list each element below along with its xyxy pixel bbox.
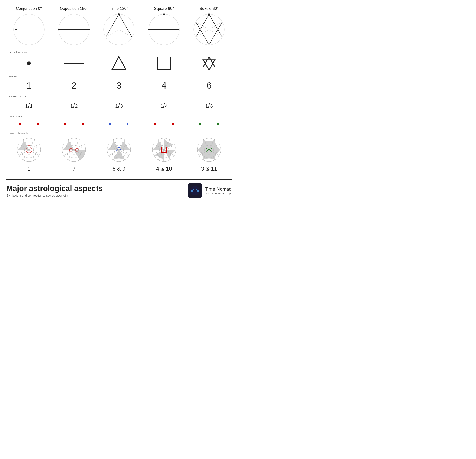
shapes-grid	[6, 54, 232, 73]
aspects-grid: Conjunction 0° Opposition 180°	[6, 4, 232, 49]
house-label-row: House relationship	[6, 131, 232, 135]
wheel-square	[151, 135, 177, 165]
fraction-sextile: 1/6	[205, 98, 213, 113]
svg-point-21	[148, 29, 150, 30]
fraction-conjunction: 1/1	[25, 98, 33, 113]
svg-point-51	[199, 123, 201, 125]
number-opposition: 2	[71, 78, 76, 93]
svg-point-1	[15, 29, 17, 30]
circle-conjunction	[12, 13, 46, 47]
number-sextile: 6	[207, 78, 212, 93]
svg-point-48	[154, 123, 156, 125]
aspect-name-conjunction: Conjunction 0°	[16, 6, 42, 11]
svg-point-19	[163, 13, 165, 15]
aspect-name-sextile: Sextile 60°	[200, 6, 219, 11]
fraction-opposition: 1/2	[70, 98, 78, 113]
number-label-row: Number	[6, 74, 232, 78]
fraction-square: 1/4	[160, 98, 168, 113]
color-trine	[109, 118, 128, 130]
svg-point-0	[14, 14, 44, 45]
svg-marker-36	[203, 57, 215, 67]
shape-trine	[96, 54, 142, 73]
svg-point-42	[64, 123, 66, 125]
svg-point-45	[109, 123, 111, 125]
shape-conjunction	[6, 54, 51, 73]
house-num-opposition: 7	[72, 165, 76, 172]
svg-rect-144	[197, 190, 199, 192]
svg-rect-143	[191, 190, 193, 192]
footer-left: Major astrological aspects Symbolism and…	[6, 184, 103, 197]
colors-grid	[6, 118, 232, 130]
svg-point-4	[58, 29, 60, 30]
svg-line-7	[119, 14, 132, 37]
svg-point-31	[208, 13, 210, 15]
circle-sextile	[192, 13, 226, 47]
number-trine: 3	[117, 78, 121, 93]
fraction-section-label: Fraction of circle	[6, 94, 51, 98]
number-section-label: Number	[6, 74, 51, 78]
svg-marker-37	[203, 60, 215, 70]
svg-point-40	[37, 123, 39, 125]
footer-title: Major astrological aspects	[6, 184, 103, 193]
numbers-grid: 1 2 3 4 6	[6, 78, 232, 93]
svg-point-39	[19, 123, 21, 125]
shape-opposition	[51, 54, 96, 73]
wheels-grid: 1	[6, 135, 232, 174]
circle-square	[147, 13, 181, 47]
color-label-row: Color on chart	[6, 114, 232, 118]
col-sextile: Sextile 60°	[187, 4, 232, 49]
fractions-grid: 1/1 1/2 1/3 1/4 1/6	[6, 98, 232, 113]
wheel-sextile	[196, 135, 222, 165]
fraction-label-row: Fraction of circle	[6, 94, 232, 98]
footer: Major astrological aspects Symbolism and…	[6, 179, 232, 198]
shape-section-label: Geometrical shape	[6, 50, 51, 54]
color-opposition	[64, 118, 84, 130]
color-square	[154, 118, 174, 130]
svg-point-43	[82, 123, 84, 125]
app-text: Time Nomad www.timenomad.app	[205, 186, 232, 195]
col-conjunction: Conjunction 0°	[6, 4, 51, 49]
circle-trine	[102, 13, 136, 47]
svg-point-52	[217, 123, 219, 125]
app-url: www.timenomad.app	[205, 192, 232, 195]
shape-label-row: Geometrical shape	[6, 50, 232, 54]
number-conjunction: 1	[26, 78, 31, 93]
house-num-sextile: 3 & 11	[201, 165, 217, 172]
col-trine: Trine 120°	[96, 4, 142, 49]
footer-right: Time Nomad www.timenomad.app	[187, 183, 232, 198]
svg-point-12	[118, 13, 120, 15]
svg-point-46	[127, 123, 128, 125]
app-name: Time Nomad	[205, 186, 232, 192]
shape-square	[142, 54, 187, 73]
svg-point-5	[88, 29, 90, 30]
shape-sextile	[187, 54, 232, 73]
house-num-trine: 5 & 9	[112, 165, 126, 172]
wheel-conjunction	[16, 135, 42, 165]
col-opposition: Opposition 180°	[51, 4, 96, 49]
svg-marker-34	[112, 57, 126, 69]
svg-point-32	[27, 61, 31, 65]
col-square: Square 90°	[142, 4, 187, 49]
color-sextile	[199, 118, 219, 130]
color-section-label: Color on chart	[6, 114, 51, 118]
svg-point-49	[172, 123, 174, 125]
wheel-opposition	[61, 135, 87, 165]
app-icon	[187, 183, 202, 198]
aspect-name-square: Square 90°	[154, 6, 174, 11]
house-num-conjunction: 1	[27, 165, 30, 172]
fraction-trine: 1/3	[115, 98, 123, 113]
house-num-square: 4 & 10	[156, 165, 172, 172]
aspect-name-opposition: Opposition 180°	[60, 6, 88, 11]
aspect-name-trine: Trine 120°	[110, 6, 128, 11]
svg-rect-35	[158, 57, 170, 70]
house-section-label: House relationship	[6, 131, 51, 135]
wheel-trine	[106, 135, 132, 165]
footer-subtitle: Symbolism and connection to sacred geome…	[6, 194, 103, 197]
number-square: 4	[162, 78, 166, 93]
svg-line-8	[106, 14, 119, 37]
color-conjunction	[19, 118, 39, 130]
circle-opposition	[57, 13, 91, 47]
